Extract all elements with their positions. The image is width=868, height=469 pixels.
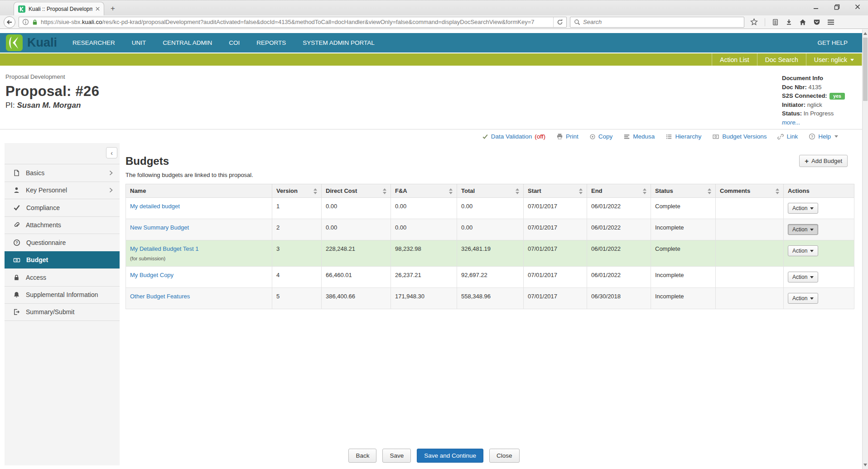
lock-icon bbox=[13, 274, 20, 281]
budget-name-link[interactable]: My Detailed Budget Test 1 bbox=[130, 245, 199, 252]
doc-search-link[interactable]: Doc Search bbox=[757, 53, 806, 66]
budget-versions-icon bbox=[712, 134, 719, 140]
save-button[interactable]: Save bbox=[382, 449, 411, 463]
row-action-button[interactable]: Action bbox=[788, 245, 818, 256]
budget-name-link[interactable]: Other Budget Features bbox=[130, 293, 190, 300]
row-action-button[interactable]: Action bbox=[788, 293, 818, 304]
print-button[interactable]: Print bbox=[556, 133, 579, 140]
status-row: Status: In Progress bbox=[782, 109, 854, 118]
user-menu[interactable]: User: nglick bbox=[806, 53, 862, 66]
pocket-icon[interactable] bbox=[813, 19, 820, 26]
nav-central-admin[interactable]: CENTRAL ADMIN bbox=[163, 39, 212, 46]
more-link[interactable]: more... bbox=[782, 119, 800, 126]
scrollbar-thumb[interactable] bbox=[863, 38, 868, 101]
page-info-icon[interactable] bbox=[22, 19, 29, 25]
bookmark-star-icon[interactable] bbox=[750, 18, 758, 26]
sidebar-item-basics[interactable]: Basics bbox=[5, 164, 120, 182]
downloads-icon[interactable] bbox=[786, 19, 792, 26]
sidebar-item-budget[interactable]: Budget bbox=[5, 251, 120, 269]
page-scrollbar[interactable] bbox=[862, 29, 868, 469]
back-button[interactable]: Back bbox=[348, 449, 376, 463]
column-header-comments[interactable]: Comments bbox=[716, 184, 784, 198]
column-header-direct-cost[interactable]: Direct Cost bbox=[322, 184, 391, 198]
sort-icon bbox=[449, 188, 453, 194]
new-tab-button[interactable]: + bbox=[104, 2, 121, 15]
column-header-version[interactable]: Version bbox=[272, 184, 322, 198]
nav-system-admin-portal[interactable]: SYSTEM ADMIN PORTAL bbox=[303, 39, 375, 46]
money-icon bbox=[13, 257, 20, 263]
question-circle-icon: ? bbox=[13, 239, 20, 246]
sidebar-collapse-button[interactable]: ‹ bbox=[106, 147, 117, 158]
browser-tab[interactable]: Kuali :: Proposal Developme bbox=[14, 2, 104, 15]
sidebar-item-summary-submit[interactable]: Summary/Submit bbox=[5, 303, 120, 321]
column-header-end[interactable]: End bbox=[587, 184, 651, 198]
nav-researcher[interactable]: RESEARCHER bbox=[72, 39, 115, 46]
reload-icon[interactable] bbox=[553, 17, 563, 27]
column-header-fa[interactable]: F&A bbox=[391, 184, 457, 198]
table-row: My detailed budget 1 0.00 0.00 0.00 07/0… bbox=[126, 198, 854, 219]
budget-name-link[interactable]: My Budget Copy bbox=[130, 272, 174, 278]
data-validation-button[interactable]: Data Validation (off) bbox=[482, 133, 545, 140]
search-input[interactable] bbox=[583, 19, 740, 25]
url-bar[interactable]: https://siue-sbx.kuali.co/res/kc-pd-krad… bbox=[19, 17, 567, 28]
library-icon[interactable] bbox=[772, 19, 779, 26]
tab-close-icon[interactable] bbox=[96, 7, 100, 11]
window-close-button[interactable] bbox=[847, 0, 868, 13]
link-button[interactable]: Link bbox=[777, 133, 798, 140]
table-row: New Summary Budget 2 0.00 0.00 0.00 07/0… bbox=[126, 219, 854, 240]
sidebar-item-access[interactable]: Access bbox=[5, 268, 120, 286]
add-budget-button[interactable]: + Add Budget bbox=[799, 155, 848, 167]
hierarchy-button[interactable]: Hierarchy bbox=[665, 133, 701, 140]
back-navigation-button[interactable] bbox=[4, 16, 15, 28]
browser-search-field[interactable] bbox=[570, 17, 744, 28]
column-header-actions: Actions bbox=[784, 184, 854, 198]
column-header-total[interactable]: Total bbox=[457, 184, 524, 198]
scroll-down-icon[interactable] bbox=[863, 462, 868, 468]
window-minimize-button[interactable] bbox=[805, 0, 826, 13]
row-action-button[interactable]: Action bbox=[788, 224, 818, 235]
sidebar-item-compliance[interactable]: Compliance bbox=[5, 199, 120, 216]
document-info-panel: Document Info Doc Nbr: 4135 S2S Connecte… bbox=[782, 73, 854, 129]
medusa-icon bbox=[623, 134, 630, 140]
https-lock-icon[interactable] bbox=[32, 19, 38, 25]
sidebar: ‹ Basics Key Personnel Compliance Attach… bbox=[5, 143, 120, 465]
budget-name-link[interactable]: New Summary Budget bbox=[130, 224, 189, 231]
nav-coi[interactable]: COI bbox=[229, 39, 240, 46]
sidebar-item-questionnaire[interactable]: ? Questionnaire bbox=[5, 234, 120, 251]
budget-name-link[interactable]: My detailed budget bbox=[130, 203, 180, 210]
s2s-row: S2S Connected: yes bbox=[782, 91, 854, 100]
browser-tab-bar: Kuali :: Proposal Developme + bbox=[0, 0, 868, 15]
kuali-logo-icon[interactable] bbox=[6, 34, 23, 51]
page-title: Proposal: #26 bbox=[5, 83, 99, 100]
sidebar-item-supplemental-information[interactable]: Supplemental Information bbox=[5, 286, 120, 304]
column-header-status[interactable]: Status bbox=[651, 184, 716, 198]
chevron-down-icon bbox=[810, 229, 814, 231]
scroll-up-icon[interactable] bbox=[863, 30, 868, 37]
menu-hamburger-icon[interactable] bbox=[827, 19, 834, 25]
sidebar-item-attachments[interactable]: Attachments bbox=[5, 216, 120, 234]
window-restore-button[interactable] bbox=[826, 0, 847, 13]
save-and-continue-button[interactable]: Save and Continue bbox=[417, 449, 483, 463]
home-icon[interactable] bbox=[799, 19, 806, 26]
row-action-button[interactable]: Action bbox=[788, 272, 818, 282]
sidebar-item-key-personnel[interactable]: Key Personnel bbox=[5, 182, 120, 199]
help-menu[interactable]: ? Help bbox=[809, 133, 838, 140]
chevron-right-icon bbox=[109, 170, 113, 176]
kuali-brand-text[interactable]: Kuali bbox=[27, 36, 57, 50]
row-action-button[interactable]: Action bbox=[788, 203, 818, 214]
nav-unit[interactable]: UNIT bbox=[132, 39, 146, 46]
medusa-button[interactable]: Medusa bbox=[623, 133, 655, 140]
action-list-link[interactable]: Action List bbox=[712, 53, 757, 66]
budget-versions-button[interactable]: Budget Versions bbox=[712, 133, 767, 140]
get-help-link[interactable]: GET HELP bbox=[817, 39, 862, 46]
sort-icon bbox=[708, 188, 711, 194]
help-icon: ? bbox=[809, 133, 815, 140]
copy-button[interactable]: Copy bbox=[589, 133, 613, 140]
column-header-start[interactable]: Start bbox=[524, 184, 587, 198]
nav-reports[interactable]: REPORTS bbox=[256, 39, 286, 46]
svg-text:?: ? bbox=[15, 240, 18, 245]
close-button[interactable]: Close bbox=[489, 449, 520, 463]
person-icon bbox=[13, 187, 20, 194]
bell-icon bbox=[13, 291, 20, 298]
pi-name: Susan M. Morgan bbox=[17, 101, 81, 110]
